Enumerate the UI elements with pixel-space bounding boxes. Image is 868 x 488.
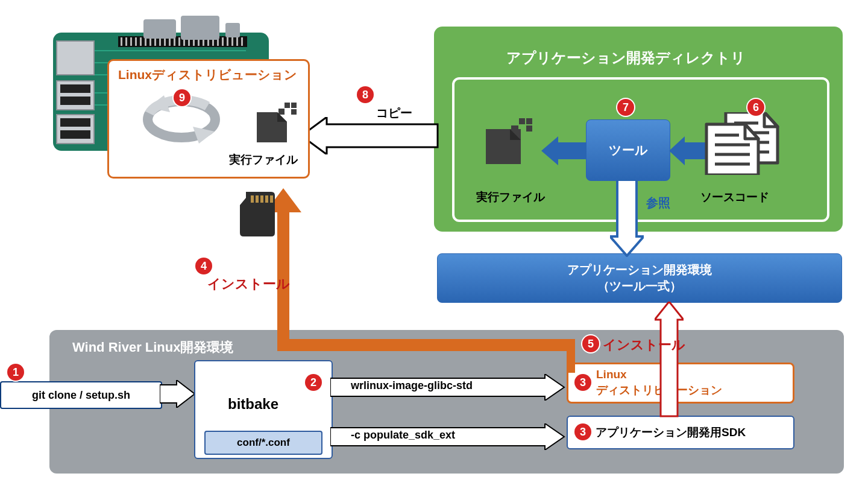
svg-rect-78	[291, 109, 297, 115]
exec-file-label-right: 実行ファイル	[476, 189, 545, 205]
svg-rect-40	[149, 37, 151, 46]
out-distro-l2: ディストリビューション	[596, 382, 793, 398]
svg-marker-12	[669, 136, 706, 165]
svg-marker-26	[301, 117, 438, 154]
arrow-tool-to-exec	[541, 136, 588, 165]
badge-2: 2	[305, 374, 322, 391]
badge-8: 8	[357, 86, 374, 103]
svg-marker-80	[257, 112, 287, 142]
bitbake-label: bitbake	[228, 396, 278, 413]
svg-rect-39	[145, 37, 146, 46]
windriver-title: Wind River Linux開発環境	[72, 338, 233, 356]
appdev-env-l1: アプリケーション開発環境	[567, 262, 712, 278]
out-distro-l1: Linux	[596, 368, 793, 381]
badge-4: 4	[195, 258, 212, 274]
svg-rect-60	[143, 19, 176, 39]
copy-label: コピー	[376, 105, 412, 121]
svg-rect-57	[231, 37, 233, 46]
conf-box: conf/*.conf	[204, 431, 322, 455]
svg-rect-86	[270, 195, 273, 203]
bb-out2-label: -c populate_sdk_ext	[351, 429, 455, 442]
svg-rect-63	[57, 41, 94, 75]
svg-rect-44	[169, 37, 171, 46]
svg-rect-6	[526, 118, 532, 124]
arrow-git-to-bitbake	[160, 380, 196, 408]
svg-rect-66	[60, 97, 90, 105]
svg-marker-0	[160, 380, 195, 408]
svg-rect-79	[278, 109, 285, 115]
appdev-dir-title: アプリケーション開発ディレクトリ	[506, 48, 746, 68]
bb-out1-label: wrlinux-image-glibc-std	[351, 379, 473, 392]
src-label: ソースコード	[700, 189, 769, 205]
badge-7: 7	[617, 99, 634, 116]
svg-rect-68	[60, 118, 90, 127]
svg-rect-37	[135, 37, 137, 46]
svg-rect-42	[159, 37, 161, 46]
badge-1: 1	[7, 364, 24, 381]
arrow-src-to-tool	[669, 136, 706, 165]
install-label-4: インストール	[207, 275, 290, 293]
svg-rect-7	[526, 125, 532, 132]
svg-marker-14	[764, 112, 778, 127]
arrow-ref	[610, 180, 644, 257]
svg-rect-59	[241, 37, 243, 46]
svg-rect-77	[291, 103, 297, 108]
svg-marker-25	[610, 180, 644, 256]
svg-rect-58	[236, 37, 238, 46]
svg-rect-85	[265, 195, 268, 203]
linux-distro-title: Linuxディストリビューション	[118, 66, 297, 83]
svg-rect-38	[140, 37, 142, 46]
svg-rect-46	[178, 37, 180, 46]
tool-label: ツール	[609, 142, 648, 159]
svg-rect-84	[260, 195, 263, 203]
install-label-5: インストール	[603, 336, 685, 354]
appdev-env-bar: アプリケーション開発環境 （ツール一式）	[437, 253, 842, 303]
svg-rect-55	[222, 37, 224, 46]
svg-rect-5	[519, 118, 525, 124]
exec-file-icon-right	[486, 118, 534, 165]
svg-rect-69	[60, 130, 90, 139]
svg-rect-36	[130, 37, 132, 46]
appdev-env-l2: （ツール一式）	[597, 278, 682, 294]
svg-rect-56	[227, 37, 228, 46]
badge-6: 6	[747, 99, 764, 116]
svg-rect-41	[154, 37, 156, 46]
source-code-icon	[704, 112, 780, 175]
exec-file-label-left: 実行ファイル	[229, 152, 298, 168]
svg-marker-11	[541, 136, 588, 165]
svg-rect-45	[174, 37, 175, 46]
out-sdk-box: アプリケーション開発用SDK	[567, 416, 794, 449]
svg-rect-34	[121, 37, 122, 46]
ref-label: 参照	[646, 195, 670, 211]
arrow-copy	[301, 117, 439, 154]
install-arrow-5	[655, 302, 684, 417]
svg-rect-35	[125, 37, 127, 46]
svg-rect-65	[60, 84, 90, 93]
svg-marker-3	[655, 302, 684, 416]
badge-9: 9	[174, 89, 190, 106]
badge-3b: 3	[574, 423, 591, 440]
svg-rect-83	[256, 195, 259, 203]
svg-rect-82	[251, 195, 254, 203]
diagram-root: Wind River Linux開発環境 git clone / setup.s…	[0, 0, 868, 488]
svg-rect-76	[285, 103, 290, 108]
sd-card-icon	[240, 192, 276, 236]
tool-box: ツール	[586, 119, 670, 181]
git-clone-box: git clone / setup.sh	[0, 381, 162, 409]
exec-file-icon-left	[257, 103, 298, 142]
svg-rect-43	[164, 37, 166, 46]
badge-3a: 3	[574, 374, 591, 391]
svg-rect-61	[181, 16, 219, 40]
badge-5: 5	[582, 335, 599, 352]
svg-rect-62	[225, 23, 240, 37]
